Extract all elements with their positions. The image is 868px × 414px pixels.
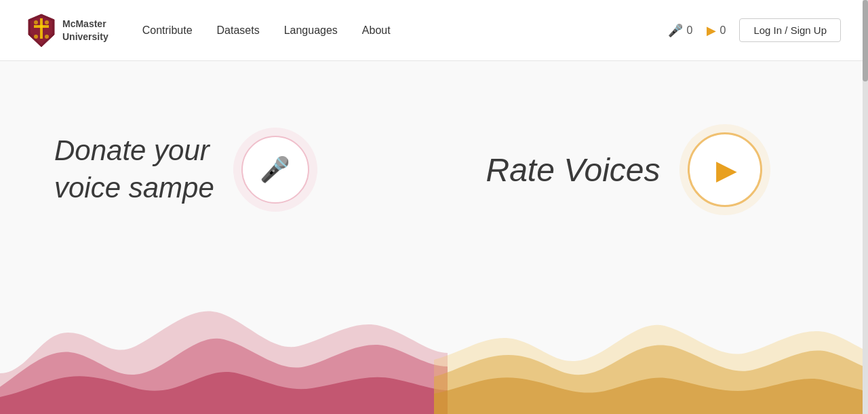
svg-point-6 (34, 35, 38, 39)
hero-right: Rate Voices ▶ (434, 132, 814, 207)
logo-text: McMaster University (62, 18, 108, 42)
play-count-button[interactable]: ▶ 0 (707, 23, 726, 38)
nav-links: Contribute Datasets Languages About (142, 24, 668, 37)
mic-count-button[interactable]: 🎤 0 (668, 23, 693, 38)
wave-section (0, 278, 868, 414)
navbar: McMaster University Contribute Datasets … (0, 0, 868, 61)
nav-datasets[interactable]: Datasets (217, 24, 260, 37)
hero-right-text: Rate Voices (486, 151, 660, 189)
play-circle-icon: ▶ (716, 154, 737, 185)
nav-languages[interactable]: Languages (284, 24, 338, 37)
svg-point-5 (45, 20, 49, 24)
login-button[interactable]: Log In / Sign Up (739, 18, 841, 42)
scrollbar-thumb[interactable] (863, 0, 868, 81)
play-nav-icon: ▶ (707, 23, 716, 38)
nav-about[interactable]: About (362, 24, 391, 37)
nav-right: 🎤 0 ▶ 0 Log In / Sign Up (668, 18, 841, 42)
scrollbar[interactable] (863, 0, 868, 414)
wave-left-svg (0, 278, 448, 414)
logo[interactable]: McMaster University (27, 13, 108, 48)
svg-point-4 (34, 20, 38, 24)
nav-contribute[interactable]: Contribute (142, 24, 193, 37)
hero-left-text: Donate your voice sampe (54, 132, 214, 206)
wave-right (434, 278, 868, 414)
play-count-value: 0 (720, 24, 726, 37)
hero-section: Donate your voice sampe 🎤 Rate Voices ▶ (0, 61, 868, 278)
svg-point-7 (45, 35, 49, 39)
wave-right-svg (434, 278, 868, 414)
svg-rect-2 (40, 18, 43, 39)
wave-left (0, 278, 434, 414)
mic-circle-icon: 🎤 (260, 155, 290, 184)
play-circle-button[interactable]: ▶ (688, 132, 762, 207)
mic-nav-icon: 🎤 (668, 23, 683, 38)
logo-shield-icon (27, 13, 56, 48)
svg-rect-3 (34, 25, 49, 28)
mic-count-value: 0 (687, 24, 693, 37)
mic-circle-button[interactable]: 🎤 (241, 136, 309, 204)
hero-left: Donate your voice sampe 🎤 (54, 132, 434, 206)
